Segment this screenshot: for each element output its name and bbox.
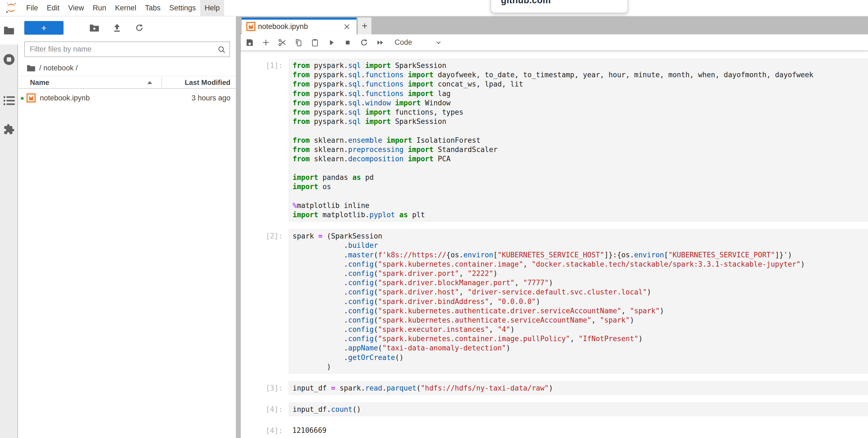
- menu-edit[interactable]: Edit: [42, 0, 64, 16]
- menu-bar: File Edit View Run Kernel Tabs Settings …: [0, 0, 868, 17]
- column-divider: [161, 77, 162, 87]
- jupyter-logo-icon: [5, 2, 18, 14]
- file-row-notebook[interactable]: notebook.ipynb 3 hours ago: [19, 89, 236, 108]
- kernel-running-dot: [21, 97, 24, 100]
- fast-forward-icon: [376, 38, 385, 47]
- file-browser-panel: + / notebo: [19, 16, 236, 438]
- upload-button[interactable]: [110, 21, 124, 35]
- file-name: notebook.ipynb: [40, 94, 90, 103]
- code-cell: [3]:input_df = spark.read.parquet("hdfs:…: [241, 381, 868, 395]
- restart-run-all-button[interactable]: [372, 35, 389, 50]
- sidebar-tab-running-kernels[interactable]: [0, 54, 18, 65]
- tab-bar: notebook.ipynb +: [241, 16, 868, 34]
- refresh-button[interactable]: [132, 21, 147, 35]
- tab-title: notebook.ipynb: [258, 22, 308, 31]
- copy-cell-button[interactable]: [290, 35, 307, 50]
- tab-notebook[interactable]: notebook.ipynb: [242, 18, 356, 34]
- copy-icon: [294, 38, 303, 47]
- refresh-icon: [135, 23, 144, 32]
- run-icon: [327, 38, 335, 47]
- breadcrumb: / notebook /: [27, 62, 78, 74]
- input-prompt: [3]:: [241, 381, 289, 395]
- stop-icon: [344, 38, 352, 47]
- sidebar-splitter[interactable]: [236, 16, 241, 438]
- input-prompt: [4]:: [241, 403, 289, 416]
- new-folder-button[interactable]: [87, 21, 101, 35]
- notebook-tab-icon: [246, 22, 255, 31]
- cell-type-value: Code: [395, 38, 412, 47]
- filter-files-box: [24, 41, 230, 57]
- notebook-toolbar: Code: [241, 34, 868, 51]
- plus-icon: [261, 38, 270, 47]
- file-last-modified: 3 hours ago: [191, 94, 230, 103]
- column-header-name[interactable]: Name: [30, 78, 49, 87]
- save-button[interactable]: [241, 35, 258, 50]
- table-of-contents-icon: [3, 95, 15, 106]
- file-list-header: Name Last Modified: [19, 76, 236, 89]
- cell-editor[interactable]: spark = (SparkSession .builder .master(f…: [289, 229, 868, 374]
- puzzle-icon: [3, 124, 15, 135]
- cut-cell-button[interactable]: [274, 35, 290, 50]
- code-cell: [4]:input_df.count(): [241, 403, 868, 416]
- notebook-content: [1]:from pyspark.sql import SparkSession…: [241, 51, 868, 438]
- restart-icon: [360, 38, 368, 47]
- new-launcher-button[interactable]: +: [24, 21, 64, 35]
- menu-file[interactable]: File: [22, 0, 42, 16]
- new-folder-icon: [89, 24, 99, 32]
- new-tab-button[interactable]: +: [358, 18, 371, 34]
- notebook-cells: [1]:from pyspark.sql import SparkSession…: [241, 51, 868, 436]
- cell-editor[interactable]: from pyspark.sql import SparkSessionfrom…: [289, 59, 868, 222]
- filter-files-input[interactable]: [25, 42, 229, 57]
- browser-popup: github.com: [491, 0, 628, 13]
- output-area: [4]:12106669: [241, 424, 868, 435]
- column-header-last-modified[interactable]: Last Modified: [185, 78, 230, 87]
- sidebar-tab-files[interactable]: [0, 26, 18, 35]
- cell-output-text: 12106669: [289, 424, 868, 435]
- home-folder-icon[interactable]: [27, 64, 35, 72]
- search-icon: [217, 45, 227, 55]
- code-cell: [2]:spark = (SparkSession .builder .mast…: [241, 229, 868, 374]
- file-browser-toolbar: +: [19, 16, 236, 36]
- input-prompt: [2]:: [241, 229, 289, 374]
- close-icon: [343, 23, 351, 31]
- scissors-icon: [278, 38, 287, 47]
- upload-icon: [112, 23, 122, 32]
- chevron-down-icon: [435, 39, 442, 47]
- activity-bar: [0, 16, 18, 438]
- cell-editor[interactable]: input_df.count(): [289, 403, 868, 416]
- paste-icon: [311, 38, 319, 47]
- breadcrumb-path[interactable]: / notebook /: [39, 64, 78, 72]
- cell-editor[interactable]: input_df = spark.read.parquet("hdfs://hd…: [289, 381, 868, 395]
- cell-type-dropdown[interactable]: Code: [395, 38, 442, 47]
- interrupt-kernel-button[interactable]: [340, 35, 356, 50]
- restart-kernel-button[interactable]: [356, 35, 372, 50]
- folder-icon: [4, 26, 14, 35]
- menu-run[interactable]: Run: [88, 0, 111, 16]
- code-cell: [1]:from pyspark.sql import SparkSession…: [241, 59, 868, 222]
- running-kernels-icon: [3, 54, 15, 65]
- sort-ascending-icon: [147, 81, 152, 84]
- output-prompt: [4]:: [241, 424, 289, 435]
- popup-domain-text: github.com: [501, 0, 551, 5]
- sidebar-tab-table-of-contents[interactable]: [0, 95, 18, 106]
- input-prompt: [1]:: [241, 59, 289, 222]
- menu-settings[interactable]: Settings: [165, 0, 200, 16]
- menu-view[interactable]: View: [64, 0, 88, 16]
- add-cell-button[interactable]: [258, 35, 274, 50]
- sidebar-tab-extensions[interactable]: [0, 124, 18, 135]
- run-cell-button[interactable]: [323, 35, 340, 50]
- menu-kernel[interactable]: Kernel: [111, 0, 141, 16]
- notebook-file-icon: [27, 93, 36, 103]
- menu-tabs[interactable]: Tabs: [141, 0, 165, 16]
- paste-cell-button[interactable]: [307, 35, 323, 50]
- tab-close-button[interactable]: [343, 23, 351, 31]
- save-icon: [245, 38, 254, 47]
- main-dock-area: notebook.ipynb +: [241, 16, 868, 438]
- menu-help[interactable]: Help: [200, 0, 224, 16]
